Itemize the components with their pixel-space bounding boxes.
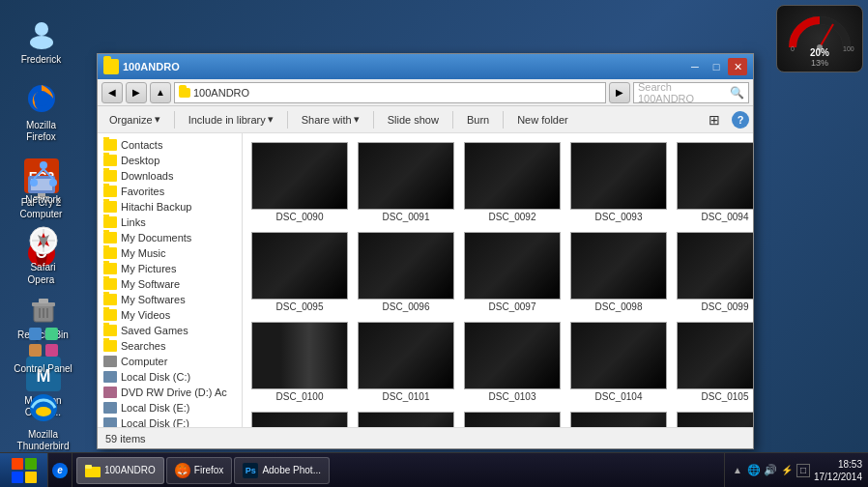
sidebar-diskc-label: Local Disk (C:) (121, 371, 190, 383)
thumb-img-dsc0110 (677, 412, 753, 427)
list-item[interactable]: DSC_0103 (461, 319, 564, 405)
systray-volume-icon[interactable]: 🔊 (764, 464, 777, 477)
search-bar[interactable]: Search 100ANDRO 🔍 (633, 82, 749, 103)
sidebar-item-hitachi[interactable]: Hitachi Backup (98, 199, 242, 215)
sidebar-item-myvideos[interactable]: My Videos (98, 307, 242, 323)
thumb-img-dsc0105 (677, 322, 753, 389)
start-button[interactable] (0, 453, 48, 488)
thumb-img-dsc0103 (464, 322, 561, 389)
list-item[interactable]: DSC_0107 (355, 409, 457, 427)
controlpanel-icon (24, 323, 63, 361)
sidebar-item-diskf[interactable]: Local Disk (F:) (98, 415, 242, 427)
sidebar-item-links[interactable]: Links (98, 215, 242, 230)
list-item[interactable]: DSC_0104 (567, 319, 670, 405)
list-item[interactable]: DSC_0095 (248, 229, 351, 315)
sidebar-item-mysoftwares[interactable]: My Softwares (98, 292, 242, 307)
list-item[interactable]: DSC_0110 (674, 409, 753, 427)
sidebar-item-desktop[interactable]: Desktop (98, 153, 242, 168)
view-options-button[interactable]: ⊞ (701, 110, 728, 129)
maximize-button[interactable]: □ (707, 58, 726, 75)
systray-icons: ▲ 🌐 🔊 ⚡ □ (731, 464, 810, 477)
list-item[interactable]: DSC_0105 (674, 319, 753, 405)
sidebar-item-searches[interactable]: Searches (98, 338, 242, 354)
forward-button[interactable]: ▶ (126, 82, 147, 103)
sidebar-item-downloads[interactable]: Downloads (98, 168, 242, 184)
thumb-img-dsc0098 (570, 232, 667, 300)
organize-label: Organize (109, 114, 153, 126)
firefox-icon (22, 79, 61, 118)
desktop-icon-safari[interactable]: Safari (9, 217, 78, 277)
systray-network-icon[interactable]: 🌐 (747, 464, 761, 477)
system-clock[interactable]: 18:53 17/12/2014 (814, 458, 862, 483)
share-with-button[interactable]: Share with ▾ (294, 111, 367, 128)
list-item[interactable]: DSC_0097 (461, 229, 564, 315)
desktop-icon-controlpanel[interactable]: Control Panel (9, 319, 78, 379)
thumb-label-dsc0090: DSC_0090 (276, 212, 324, 222)
explorer-content[interactable]: DSC_0090 DSC_0091 DSC_0092 DSC_0093 (243, 133, 753, 427)
taskbar-item-firefox[interactable]: 🦊 Firefox (166, 457, 233, 484)
sidebar-item-mymusic[interactable]: My Music (98, 245, 242, 261)
minimize-button[interactable]: ─ (685, 58, 705, 75)
list-item[interactable]: DSC_0098 (567, 229, 670, 315)
sidebar-item-favorites[interactable]: Favorites (98, 184, 242, 199)
quick-launch: e (48, 453, 72, 488)
list-item[interactable]: DSC_0093 (567, 139, 670, 225)
include-library-button[interactable]: Include in library ▾ (181, 111, 281, 128)
thumb-img-dsc0101 (358, 322, 454, 389)
sidebar-item-savedgames[interactable]: Saved Games (98, 323, 242, 338)
list-item[interactable]: DSC_0092 (461, 139, 564, 225)
thumb-img-dsc0093 (570, 142, 667, 210)
thumb-img-dsc0091 (358, 142, 454, 210)
up-button[interactable]: ▲ (150, 82, 171, 103)
sidebar-item-mypictures[interactable]: My Pictures (98, 261, 242, 276)
title-bar-controls: ─ □ ✕ (685, 58, 747, 75)
slideshow-button[interactable]: Slide show (380, 112, 447, 128)
list-item[interactable]: DSC_0099 (674, 229, 753, 315)
sidebar-item-diskc[interactable]: Local Disk (C:) (98, 369, 242, 385)
desktop-icon-firefox[interactable]: MozillaFirefox (7, 75, 76, 147)
sidebar-item-mysoftware[interactable]: My Software (98, 276, 242, 292)
taskbar-firefox-label: Firefox (194, 465, 224, 475)
sidebar-item-dvd[interactable]: DVD RW Drive (D:) Ac (98, 385, 242, 400)
list-item[interactable]: DSC_0109 (567, 409, 670, 427)
thumb-label-dsc0105: DSC_0105 (702, 391, 749, 402)
list-item[interactable]: DSC_0100 (248, 319, 351, 405)
address-bar[interactable]: 100ANDRO (174, 82, 606, 103)
list-item[interactable]: DSC_0106 (248, 409, 351, 427)
sidebar-item-diske[interactable]: Local Disk (E:) (98, 400, 242, 415)
thumb-img-dsc0100 (251, 322, 348, 389)
status-text: 59 items (105, 433, 146, 444)
list-item[interactable]: DSC_0101 (355, 319, 457, 405)
desktop-icon-thunderbird[interactable]: MozillaThunderbird (9, 385, 78, 456)
list-item[interactable]: DSC_0108 (461, 409, 564, 427)
thumb-label-dsc0099: DSC_0099 (702, 301, 749, 312)
desktop-icon-network[interactable]: Network (9, 150, 78, 210)
organize-button[interactable]: Organize ▾ (101, 111, 168, 128)
address-go-button[interactable]: ▶ (609, 82, 630, 103)
taskbar-item-explorer[interactable]: 100ANDRO (76, 457, 164, 484)
thumb-label-dsc0091: DSC_0091 (383, 212, 430, 222)
back-button[interactable]: ◀ (101, 82, 123, 103)
new-folder-button[interactable]: New folder (509, 112, 576, 128)
svg-rect-33 (45, 328, 58, 340)
burn-button[interactable]: Burn (459, 112, 497, 128)
systray-action-center-icon[interactable]: □ (796, 464, 810, 477)
help-button[interactable]: ? (732, 111, 749, 129)
hitachi-folder-icon (103, 201, 117, 213)
diske-icon (103, 402, 117, 414)
slideshow-label: Slide show (388, 114, 439, 126)
list-item[interactable]: DSC_0091 (355, 139, 457, 225)
search-placeholder: Search 100ANDRO (638, 81, 730, 104)
sidebar-item-contacts[interactable]: Contacts (98, 137, 242, 153)
desktop-icon-frederick[interactable]: Frederick (7, 10, 76, 70)
sidebar-item-mydocs[interactable]: My Documents (98, 230, 242, 245)
list-item[interactable]: DSC_0096 (355, 229, 457, 315)
systray-power-icon[interactable]: ⚡ (780, 464, 794, 477)
taskbar-item-photoshop[interactable]: Ps Adobe Phot... (234, 457, 330, 484)
list-item[interactable]: DSC_0094 (674, 139, 753, 225)
systray-arrow-icon[interactable]: ▲ (731, 464, 744, 477)
ie-taskbar-icon[interactable]: e (52, 463, 68, 478)
close-button[interactable]: ✕ (728, 58, 747, 75)
list-item[interactable]: DSC_0090 (248, 139, 351, 225)
sidebar-item-computer[interactable]: Computer (98, 354, 242, 369)
